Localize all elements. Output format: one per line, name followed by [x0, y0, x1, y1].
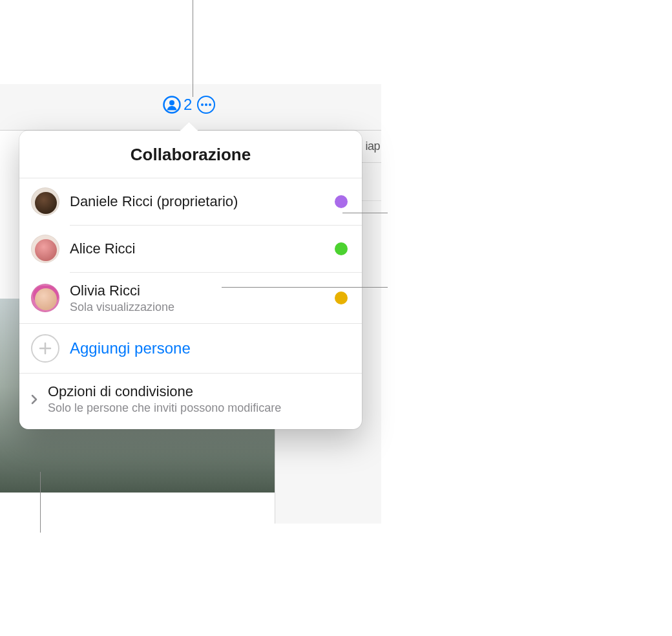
collaborator-permission: Sola visualizzazione	[70, 300, 324, 315]
collaborator-row-owner[interactable]: Daniele Ricci (proprietario)	[19, 178, 362, 225]
presence-dot	[335, 292, 348, 304]
presence-dot	[335, 242, 348, 255]
avatar	[31, 284, 59, 312]
ellipsis-icon	[201, 103, 211, 106]
collaboration-button[interactable]: 2	[163, 96, 192, 114]
add-people-row[interactable]: Aggiungi persone	[19, 324, 362, 373]
collaboration-popover: Collaborazione Daniele Ricci (proprietar…	[19, 131, 362, 429]
more-button[interactable]	[197, 96, 215, 114]
ui-stage: iap o c 2 Collaborazione Daniele Ricci (…	[0, 84, 381, 524]
add-people-label: Aggiungi persone	[70, 339, 191, 357]
collaboration-count: 2	[184, 96, 192, 114]
collaborator-row[interactable]: Olivia Ricci Sola visualizzazione	[19, 273, 362, 323]
share-options-subtitle: Solo le persone che inviti possono modif…	[48, 401, 348, 416]
avatar	[31, 187, 59, 216]
svg-point-1	[169, 100, 174, 105]
share-options-title: Opzioni di condivisione	[48, 383, 348, 401]
collaborator-name: Olivia Ricci	[70, 282, 324, 300]
plus-circle-icon	[31, 334, 59, 363]
presence-dot	[335, 195, 348, 208]
annotation-line	[40, 472, 41, 533]
collaborator-row[interactable]: Alice Ricci	[19, 226, 362, 272]
annotation-line	[193, 0, 193, 97]
chevron-right-icon	[28, 394, 40, 405]
avatar	[31, 235, 59, 263]
collaborator-name: Alice Ricci	[70, 240, 324, 258]
person-icon	[163, 96, 181, 114]
collaborator-name: Daniele Ricci (proprietario)	[70, 193, 324, 211]
share-options-row[interactable]: Opzioni di condivisione Solo le persone …	[19, 374, 362, 429]
annotation-line	[222, 287, 388, 288]
toolbar-right-icons: 2	[163, 96, 215, 114]
popover-title: Collaborazione	[19, 131, 362, 178]
annotation-line	[342, 213, 388, 213]
